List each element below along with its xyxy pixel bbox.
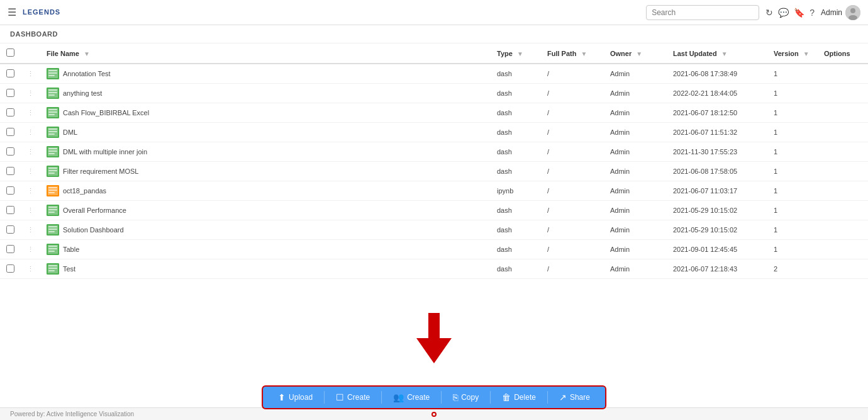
row-checkbox[interactable] xyxy=(6,69,14,77)
drag-handle[interactable]: ⋮ xyxy=(21,64,40,84)
filename-text: oct18_pandas xyxy=(63,187,106,195)
table-row: ⋮ Test dash / Admin 2021-0 xyxy=(0,259,868,279)
share-button[interactable]: ↗ Share xyxy=(550,389,599,406)
row-checkbox[interactable] xyxy=(6,89,14,97)
filename-cell: Cash Flow_BIBIRBAL Excel xyxy=(40,103,491,123)
version-cell: 1 xyxy=(767,201,818,220)
filename-filter-icon[interactable]: ▼ xyxy=(84,50,90,57)
filename-text: Table xyxy=(63,246,79,253)
owner-cell: Admin xyxy=(604,181,667,201)
row-checkbox-cell xyxy=(0,142,21,162)
row-checkbox-cell xyxy=(0,84,21,103)
header-left: ☰ LEGENDS xyxy=(8,4,73,20)
updated-cell: 2022-02-21 18:44:05 xyxy=(667,84,767,103)
svg-rect-39 xyxy=(48,231,55,232)
row-checkbox[interactable] xyxy=(6,128,14,136)
bookmark-icon[interactable]: 🔖 xyxy=(794,8,804,18)
table-row: ⋮ oct18_pandas ipynb / Admin xyxy=(0,181,868,201)
file-type-icon xyxy=(47,68,59,79)
svg-point-2 xyxy=(850,8,855,13)
delete-button[interactable]: 🗑 Delete xyxy=(493,389,545,406)
filename-text: anything test xyxy=(63,89,102,97)
create-button-1[interactable]: ☐ Create xyxy=(327,389,379,406)
menu-icon[interactable]: ☰ xyxy=(8,6,16,18)
updated-filter-icon[interactable]: ▼ xyxy=(721,50,728,57)
row-checkbox[interactable] xyxy=(6,186,14,195)
fullpath-header[interactable]: Full Path ▼ xyxy=(541,43,604,64)
filename-text: Annotation Test xyxy=(63,70,111,77)
svg-rect-9 xyxy=(48,89,57,91)
drag-handle[interactable]: ⋮ xyxy=(21,181,40,201)
filename-cell: Table xyxy=(40,240,491,259)
version-header[interactable]: Version ▼ xyxy=(767,43,818,64)
owner-cell: Admin xyxy=(604,259,667,279)
svg-rect-36 xyxy=(47,224,59,236)
filename-cell: Filter requirement MOSL xyxy=(40,162,491,181)
drag-handle[interactable]: ⋮ xyxy=(21,103,40,123)
file-type-icon xyxy=(47,205,59,216)
row-checkbox[interactable] xyxy=(6,108,14,116)
copy-button[interactable]: ⎘ Copy xyxy=(444,389,487,406)
type-header[interactable]: Type ▼ xyxy=(491,43,541,64)
search-input[interactable] xyxy=(646,5,759,20)
svg-rect-21 xyxy=(48,148,57,149)
owner-header[interactable]: Owner ▼ xyxy=(604,43,667,64)
path-filter-icon[interactable]: ▼ xyxy=(581,50,587,57)
user-info: Admin xyxy=(821,5,860,20)
row-checkbox[interactable] xyxy=(6,225,14,234)
file-type-icon xyxy=(47,224,59,236)
type-filter-icon[interactable]: ▼ xyxy=(517,50,523,57)
drag-handle[interactable]: ⋮ xyxy=(21,123,40,142)
drag-handle[interactable]: ⋮ xyxy=(21,84,40,103)
drag-handle[interactable]: ⋮ xyxy=(21,259,40,279)
filename-cell: anything test xyxy=(40,84,491,103)
svg-rect-24 xyxy=(47,166,59,177)
row-checkbox[interactable] xyxy=(6,147,14,156)
file-type-icon xyxy=(47,185,59,196)
version-cell: 1 xyxy=(767,123,818,142)
upload-button[interactable]: ⬆ Upload xyxy=(269,389,321,406)
owner-cell: Admin xyxy=(604,142,667,162)
row-checkbox[interactable] xyxy=(6,206,14,214)
owner-filter-icon[interactable]: ▼ xyxy=(636,50,642,57)
drag-handle[interactable]: ⋮ xyxy=(21,201,40,220)
refresh-icon[interactable]: ↻ xyxy=(765,8,773,18)
lastupdated-header[interactable]: Last Updated ▼ xyxy=(667,43,767,64)
table-row: ⋮ anything test dash / Admin xyxy=(0,84,868,103)
file-table: File Name ▼ Type ▼ Full Path ▼ Owner ▼ L… xyxy=(0,43,868,279)
svg-rect-43 xyxy=(48,251,55,252)
svg-rect-15 xyxy=(48,114,55,115)
drag-handle[interactable]: ⋮ xyxy=(21,162,40,181)
select-all-checkbox[interactable] xyxy=(6,48,14,57)
options-cell xyxy=(818,240,868,259)
row-checkbox[interactable] xyxy=(6,245,14,253)
version-cell: 1 xyxy=(767,220,818,240)
breadcrumb: DASHBOARD xyxy=(0,25,868,43)
drag-handle[interactable]: ⋮ xyxy=(21,142,40,162)
drag-handle[interactable]: ⋮ xyxy=(21,220,40,240)
updated-cell: 2021-06-07 12:18:43 xyxy=(667,259,767,279)
username: Admin xyxy=(821,8,842,17)
updated-cell: 2021-06-07 11:03:17 xyxy=(667,181,767,201)
owner-cell: Admin xyxy=(604,220,667,240)
filename-header[interactable]: File Name ▼ xyxy=(40,43,491,64)
row-checkbox[interactable] xyxy=(6,167,14,175)
help-icon[interactable]: ? xyxy=(810,8,815,18)
version-cell: 1 xyxy=(767,240,818,259)
chat-icon[interactable]: 💬 xyxy=(778,8,789,18)
row-checkbox-cell xyxy=(0,240,21,259)
create-button-2[interactable]: 👥 Create xyxy=(384,389,438,406)
table-row: ⋮ Filter requirement MOSL dash / xyxy=(0,162,868,181)
svg-rect-26 xyxy=(48,170,57,171)
filename-text: DML with multiple inner join xyxy=(63,148,147,156)
path-cell: / xyxy=(541,220,604,240)
row-checkbox-cell xyxy=(0,181,21,201)
type-cell: ipynb xyxy=(491,181,541,201)
type-cell: dash xyxy=(491,84,541,103)
version-filter-icon[interactable]: ▼ xyxy=(803,50,810,57)
delete-icon: 🗑 xyxy=(502,392,511,402)
svg-rect-7 xyxy=(48,75,55,76)
drag-handle[interactable]: ⋮ xyxy=(21,240,40,259)
options-cell xyxy=(818,123,868,142)
row-checkbox[interactable] xyxy=(6,264,14,273)
